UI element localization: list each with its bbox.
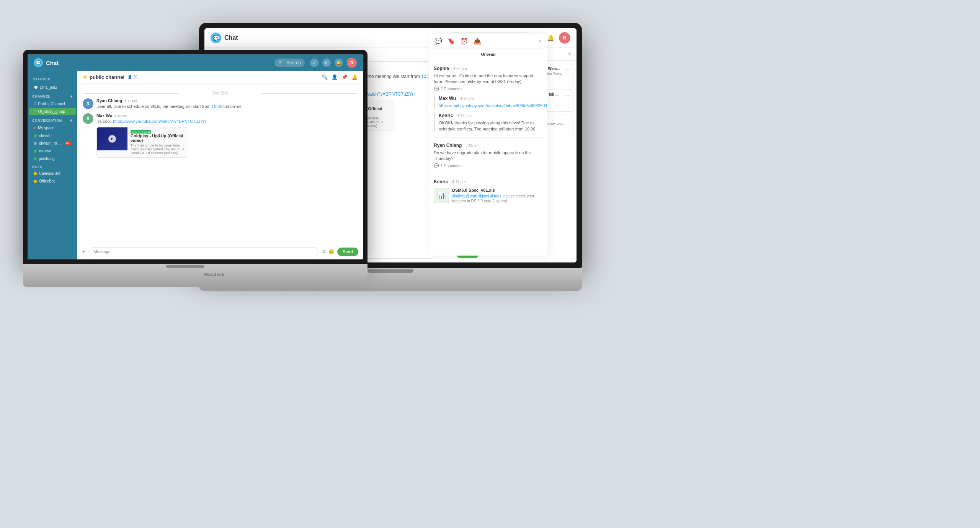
front-channel-title: public channel [90, 74, 124, 80]
front-sidebar-officebot[interactable]: OfficeBot [29, 178, 76, 185]
thread-divider-2 [434, 174, 543, 174]
front-sidebar-maxwu[interactable]: maxwu [29, 147, 76, 155]
back-user-avatar[interactable]: R [559, 32, 570, 44]
front-music-title: Coldplay - Up&Up (Official video) [131, 134, 185, 143]
front-msg-time-ryan: 4:17 pm [124, 99, 137, 103]
check-icon[interactable]: ✓ [310, 59, 318, 67]
front-laptop-base: MacBook [23, 264, 368, 287]
file-name: DSM6.0 Spec_v01.xls [452, 188, 543, 192]
front-music-thumb: ▶ [97, 127, 127, 150]
url-panel-close[interactable]: ✕ [567, 51, 572, 57]
front-channel-section: CHANNEL + [28, 91, 77, 100]
back-laptop-notch [368, 269, 413, 273]
thread-ryan-text: Do we have upgrade plan for mobile upgra… [434, 150, 543, 162]
brp-close-button[interactable]: × [539, 38, 542, 45]
front-channel-label: CHANNEL [32, 95, 51, 98]
front-bell-channel-icon[interactable]: 🔔 [351, 74, 358, 80]
thread-kenric-reply-time: 4:17 pm [457, 114, 471, 118]
thread-sophie-header: Sophie 4:17 pm [434, 65, 543, 72]
front-conversation-add-icon[interactable]: + [70, 118, 73, 123]
hash-icon-2: # [34, 109, 36, 114]
front-laptop-notch [166, 265, 204, 268]
brp-send-icon[interactable]: 📤 [474, 37, 481, 45]
front-search-bar[interactable]: 🔍 Search [274, 59, 305, 67]
front-conversation-section: CONVERSATION + [28, 116, 77, 124]
front-bots-label: BOTS [28, 163, 77, 169]
right-panel: 💬 🔖 ⏰ 📤 × Unread Sophie 4:17 pm Hi every… [429, 34, 547, 256]
dribbble-more-icon[interactable]: ⋯ [565, 92, 571, 98]
online-dot-2 [34, 150, 37, 153]
front-msg-text-maxwu: It's cool. https://www.youtube.com/watch… [96, 119, 358, 124]
thread-kenric-reply: Kenric 4:17 pm OKOKI- thanks for passing… [434, 112, 543, 132]
front-date-divider: Dec 30th [83, 91, 358, 95]
front-pm1pm2-label: pm1_pm2 [40, 85, 57, 90]
offline-dot [34, 142, 37, 145]
thread-kenric-reply-text: OKOKI- thanks for passing along this new… [439, 120, 543, 132]
front-app-header: 💬 Chat 🔍 Search ✓ ⊞ 🔔 R [28, 54, 363, 71]
front-avatar-ryan: R [83, 98, 93, 109]
brp-tab-label: Unread [429, 49, 547, 60]
front-channel-header-icons: 🔍 👤 📌 🔔 [322, 74, 358, 80]
front-msg-content-ryan: Ryan Chiang 4:17 pm Dear all, Due to sch… [96, 98, 358, 109]
front-add-member-icon[interactable]: 👤 [332, 74, 338, 80]
front-play-button[interactable]: ▶ [108, 135, 116, 143]
front-sidebar-olivialin-rayma[interactable]: olivialin_rayma 04 [29, 140, 76, 147]
front-user-avatar[interactable]: R [347, 58, 357, 68]
brp-bookmark-icon[interactable]: 🔖 [448, 37, 455, 45]
front-sidebar-calendarbot[interactable]: CalendarBot [29, 170, 76, 177]
front-channel-add-icon[interactable]: + [70, 94, 73, 99]
bot-dot-2 [34, 180, 37, 183]
brp-chat-icon[interactable]: 💬 [434, 37, 442, 45]
thread-ryan-author: Ryan Chiang [434, 143, 462, 148]
front-sidebar-item-pm1pm2[interactable]: 💬 pm1_pm2 [29, 84, 76, 91]
thread-sophie-time: 4:17 pm [453, 67, 467, 71]
front-message-input[interactable] [88, 247, 318, 256]
file-desc: @olivia @ryan @jomi @max, please check y… [452, 194, 543, 204]
front-msg-author-maxwu: Max Wu [96, 113, 112, 118]
front-send-button[interactable]: Send [337, 248, 358, 256]
bell-icon[interactable]: 🔔 [547, 34, 554, 41]
brp-clock-icon[interactable]: ⏰ [461, 37, 468, 45]
comment-icon-2: 💬 [434, 163, 439, 168]
front-sidebar: STARRED 💬 pm1_pm2 CHANNEL + # Public [28, 71, 77, 259]
front-search-channel-icon[interactable]: 🔍 [322, 74, 328, 80]
front-input-icons: ⌘ 😊 [322, 249, 334, 254]
synology-link[interactable]: https://mail.synology.com/mailplus/#inbo… [439, 103, 547, 108]
file-info: DSM6.0 Spec_v01.xls @olivia @ryan @jomi … [452, 188, 543, 204]
online-dot-3 [34, 157, 37, 160]
thread-ryan-comment-count: 1 Comments [441, 164, 462, 168]
front-jomihung-label: jomihung [39, 156, 55, 161]
front-maxwu-label: maxwu [39, 149, 51, 153]
front-pin-icon[interactable]: 📌 [341, 74, 348, 80]
front-chat-app: 💬 Chat 🔍 Search ✓ ⊞ 🔔 R [28, 54, 363, 259]
front-youtube-link[interactable]: https://www.youtube.com/watch?v=BPNTC7uZ… [113, 119, 206, 124]
front-emoji-icon[interactable]: 😊 [328, 249, 334, 254]
front-music-desc: The third single to be taken from Coldpl… [131, 143, 185, 155]
front-header-icons: ✓ ⊞ 🔔 R [310, 58, 357, 68]
front-sidebar-jomihung[interactable]: jomihung [29, 155, 76, 162]
front-add-attachment-icon[interactable]: + [82, 248, 85, 255]
front-sidebar-myspace[interactable]: ♥ My space [29, 124, 76, 132]
front-bell-icon[interactable]: 🔔 [335, 59, 343, 67]
front-message-ryan: R Ryan Chiang 4:17 pm Dear all, Due to s… [83, 98, 358, 109]
starwars-more-icon[interactable]: ⋯ [565, 67, 571, 73]
front-channel-name: ★ public channel [83, 74, 124, 80]
front-sidebar-olivialin[interactable]: olivialin [29, 132, 76, 139]
front-msg-content-maxwu: Max Wu 4:18 pm It's cool. https://www.yo… [96, 113, 358, 157]
thread-sophie-author: Sophie [434, 66, 449, 71]
thread-maxwu-reply-text: https://mail.synology.com/mailplus/#inbo… [439, 103, 543, 109]
thread-maxwu-reply-time: 4:17 pm [460, 96, 474, 101]
front-music-preview: ▶ SPOTIFY.COM Coldplay - Up&Up (Official… [96, 127, 188, 158]
front-starred-label: STARRED [28, 75, 77, 83]
front-member-count: 👤 20 [127, 75, 137, 79]
front-format-icon[interactable]: ⌘ [322, 249, 326, 254]
thread-sophie-comments: 💬 2 Comments [434, 86, 543, 91]
thread-ryan: Ryan Chiang 7:05 am Do we have upgrade p… [434, 142, 543, 168]
front-calendarbot-label: CalendarBot [39, 171, 60, 176]
front-grid-icon[interactable]: ⊞ [322, 59, 331, 67]
front-sidebar-ui-study-group[interactable]: # UI_study_group [29, 108, 76, 115]
thread-ryan-header: Ryan Chiang 7:05 am [434, 142, 543, 148]
thread-divider-1 [434, 137, 543, 138]
front-conversation-label: CONVERSATION [32, 119, 62, 122]
front-sidebar-public-channel[interactable]: # Public_Channel [29, 100, 76, 108]
